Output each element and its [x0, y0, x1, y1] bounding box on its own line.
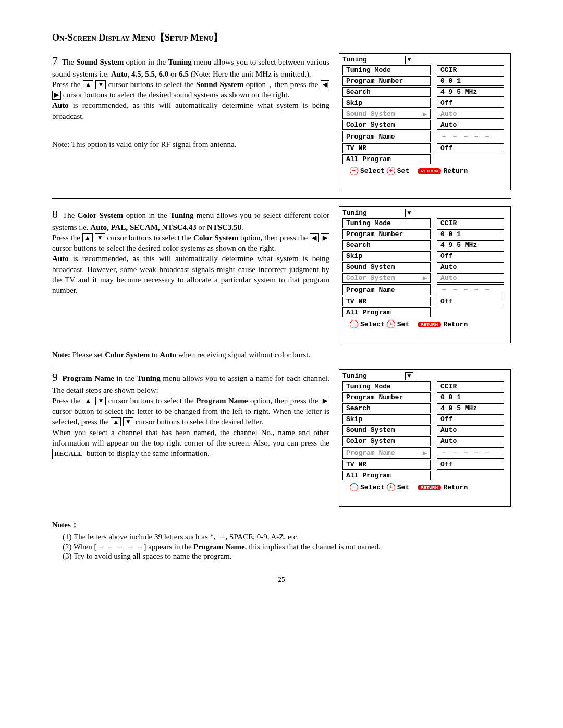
- t: Press the: [52, 80, 83, 89]
- osd-row-color_system: Color SystemAuto: [342, 120, 507, 130]
- osd-value: Off: [437, 98, 504, 108]
- osd-row-skip: SkipOff: [342, 414, 507, 424]
- notes-heading: Notes：: [52, 520, 511, 530]
- osd-row-all_program: All Program: [342, 307, 507, 317]
- label-select: Select: [360, 320, 385, 328]
- osd-value: 0 0 1: [437, 229, 504, 239]
- osd-title: Tuning: [342, 56, 405, 64]
- t: button to display the same information.: [84, 449, 210, 458]
- up-key-icon: ▲: [83, 80, 93, 89]
- t: (Note: Here the unit MHz is omitted.).: [189, 70, 311, 78]
- osd-row-program_name: Program Name－ － － － －: [342, 131, 507, 142]
- osd-row-color_system: Color System▶Auto: [342, 273, 507, 283]
- plus-icon: +: [387, 483, 395, 491]
- note-8: Note: Please set Color System to Auto wh…: [52, 351, 511, 360]
- osd-label: All Program: [342, 307, 431, 317]
- page-title: On-Screen Display Menu【Setup Menu】: [52, 31, 511, 44]
- t: When you select a channel that has been …: [52, 428, 329, 447]
- t: option in the: [124, 58, 168, 66]
- num-7: 7: [52, 54, 58, 67]
- osd-label: TV NR: [342, 143, 431, 153]
- osd-label: Skip: [342, 98, 431, 108]
- notes-list: (1) The letters above include 39 letters…: [63, 532, 511, 561]
- osd-row-sound_system: Sound System▶Auto: [342, 109, 507, 119]
- up-key-icon: ▲: [82, 233, 93, 242]
- t: Press the: [52, 397, 83, 405]
- title-a: On-Screen Display Menu: [52, 32, 155, 43]
- t: is recommended, as this will automatical…: [52, 254, 329, 294]
- osd-row-tv_nr: TV NROff: [342, 297, 507, 306]
- osd-label: Tuning Mode: [342, 218, 431, 228]
- note-7: Note: This option is valid only for RF s…: [52, 139, 329, 150]
- osd-row-tv_nr: TV NROff: [342, 143, 507, 153]
- t: Auto: [52, 101, 69, 109]
- down-key-icon: ▼: [95, 397, 106, 405]
- osd-label: Skip: [342, 414, 431, 424]
- t: option，then press the: [243, 80, 321, 89]
- plus-icon: +: [387, 320, 395, 328]
- osd-row-tuning_mode: Tuning ModeCCIR: [342, 65, 507, 75]
- osd-value: Off: [437, 251, 504, 261]
- t: Press the: [52, 233, 82, 242]
- right-arrow-icon: ▶: [423, 450, 427, 456]
- osd-label: Search: [342, 240, 431, 250]
- osd-value: － － － － －: [437, 284, 504, 295]
- osd-label: Program Number: [342, 392, 431, 402]
- osd-row-search: Search4 9 5 MHz: [342, 87, 507, 97]
- up-key-icon: ▲: [111, 417, 121, 426]
- osd-footer: −Select +Set RETURN Return: [339, 318, 510, 328]
- t: (2) When [－ － － － －] appears in the: [63, 542, 193, 551]
- osd-value: Auto: [437, 273, 504, 283]
- t: Color System: [105, 351, 150, 359]
- minus-icon: −: [350, 167, 358, 175]
- t: Sound System: [196, 80, 243, 89]
- osd-row-all_program: All Program: [342, 471, 507, 480]
- osd-row-program_number: Program Number0 0 1: [342, 76, 507, 86]
- osd-label: Search: [342, 403, 431, 413]
- osd-label: Program Name: [342, 131, 431, 142]
- osd-footer: −Select +Set RETURN Return: [339, 165, 510, 175]
- osd-8: Tuning▼Tuning ModeCCIRProgram Number0 0 …: [339, 206, 511, 343]
- t: is recommended, as this will automatical…: [52, 101, 329, 120]
- osd-label: Tuning Mode: [342, 65, 431, 75]
- osd-value: CCIR: [437, 65, 504, 75]
- osd-label: Program Number: [342, 229, 431, 239]
- osd-label: Tuning Mode: [342, 381, 431, 391]
- section-9: 9 Program Name in the Tuning menu allows…: [52, 369, 511, 507]
- osd-value: Auto: [437, 109, 504, 119]
- section-8-text: 8 The Color System option in the Tuning …: [52, 206, 329, 295]
- osd-row-sound_system: Sound SystemAuto: [342, 425, 507, 435]
- left-key-icon: ◀: [310, 233, 319, 242]
- osd-label: Program Name▶: [342, 447, 431, 459]
- osd-label: Sound System▶: [342, 109, 431, 119]
- osd-label: Skip: [342, 251, 431, 261]
- osd-row-all_program: All Program: [342, 154, 507, 164]
- num-8: 8: [52, 207, 58, 220]
- divider: [52, 198, 511, 199]
- osd-row-search: Search4 9 5 MHz: [342, 240, 507, 250]
- osd-value: Auto: [437, 425, 504, 435]
- t: Sound System: [76, 58, 124, 66]
- osd-label: Program Name: [342, 284, 431, 295]
- label-set: Set: [397, 484, 409, 491]
- osd-label: All Program: [342, 154, 431, 164]
- down-key-icon: ▼: [95, 233, 105, 242]
- t: cursor buttons to select the desired sou…: [61, 91, 289, 99]
- osd-value: － － － － －: [437, 447, 504, 459]
- osd-9: Tuning▼Tuning ModeCCIRProgram Number0 0 …: [339, 369, 511, 507]
- osd-value: 4 9 5 MHz: [437, 240, 504, 250]
- section-7-text: 7 The Sound System option in the Tuning …: [52, 53, 329, 150]
- osd-row-tv_nr: TV NROff: [342, 460, 507, 470]
- t: option in the: [123, 211, 170, 219]
- t: Please set: [70, 351, 105, 359]
- section-7: 7 The Sound System option in the Tuning …: [52, 53, 511, 190]
- t: cursor buttons to select the: [106, 80, 196, 89]
- t: Note:: [52, 351, 70, 359]
- t: or: [197, 223, 207, 231]
- t: when receiving signal without color burs…: [176, 351, 310, 359]
- osd-value: － － － － －: [437, 131, 504, 142]
- osd-title: Tuning: [342, 209, 405, 217]
- t: Tuning: [137, 374, 160, 382]
- osd-row-tuning_mode: Tuning ModeCCIR: [342, 218, 507, 228]
- right-arrow-icon: ▶: [423, 275, 427, 281]
